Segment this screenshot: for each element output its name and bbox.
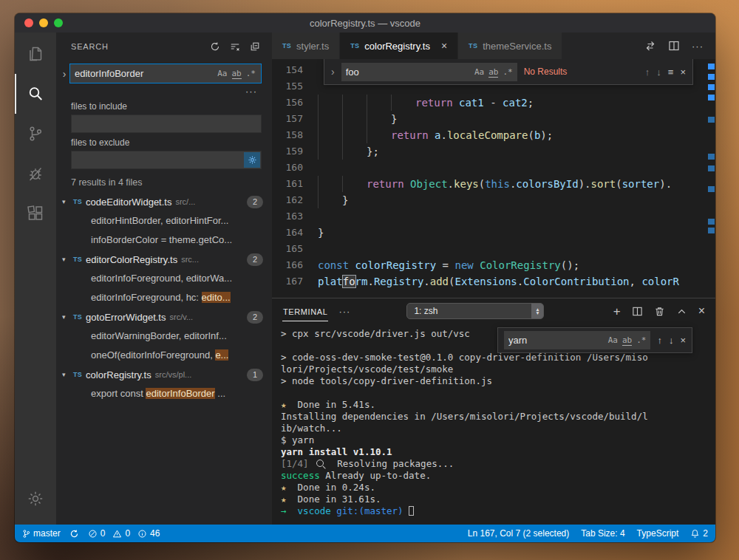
search-match-line[interactable]: export const editorInfoBorder ... [56,384,272,403]
zoom-window-button[interactable] [54,18,63,27]
whole-word-toggle[interactable]: ab [620,335,634,346]
debug-icon[interactable] [15,154,56,194]
open-changes-icon[interactable] [644,40,656,52]
match-case-toggle[interactable]: Aa [606,335,620,346]
find-input[interactable] [341,66,472,78]
indent-guide [318,127,342,143]
source-control-icon[interactable] [15,114,56,154]
split-terminal-icon[interactable] [632,306,643,317]
search-match-line[interactable]: editorHintBorder, editorHintFor... [56,211,272,231]
maximize-panel-icon[interactable] [676,306,687,317]
code-line[interactable]: 166const colorRegistry = new ColorRegist… [272,257,715,273]
files-include-label: files to include [56,97,272,115]
files-exclude-input[interactable] [72,154,244,165]
search-match-line[interactable]: editorInfoForeground, hc: edito... [56,288,272,307]
match-case-toggle[interactable]: Aa [472,66,486,78]
find-next-icon[interactable]: ↓ [656,66,661,78]
search-match-line[interactable]: editorInfoForeground, editorWa... [56,269,272,288]
notifications-bell[interactable]: 2 [690,528,708,539]
editor-tab[interactable]: TScolorRegistry.ts× [340,33,458,59]
code-line[interactable]: 159}; [272,143,715,160]
code-line[interactable]: 164} [272,225,715,241]
expand-chevron-icon[interactable]: ▾ [62,198,69,205]
editor-tabbar: TSstyler.tsTScolorRegistry.ts×TSthemeSer… [272,33,715,59]
close-tab-icon[interactable]: × [441,40,447,52]
search-result-file[interactable]: ▾TSeditorColorRegistry.tssrc...2 [56,250,272,269]
search-result-file[interactable]: ▾TScolorRegistry.tssrc/vs/pl...1 [56,365,272,384]
search-match-line[interactable]: oneOf(editorInfoForeground, e... [56,346,272,365]
toggle-search-details[interactable]: ··· [56,83,272,97]
indent-guide [318,143,342,160]
toggle-replace-chevron-icon[interactable]: › [59,68,69,80]
language-mode[interactable]: TypeScript [637,528,679,539]
settings-gear-icon[interactable] [15,479,56,519]
sync-button[interactable] [69,529,79,539]
code-line[interactable]: 162} [272,192,715,208]
tab-size-indicator[interactable]: Tab Size: 4 [581,528,624,539]
editor-tab[interactable]: TSstyler.ts [272,33,340,59]
code-line[interactable]: 161return Object.keys(this.colorsById).s… [272,176,715,192]
search-result-file[interactable]: ▾TSgotoErrorWidget.tssrc/v...2 [56,307,272,327]
terminal-panel: TERMINAL ··· 1: zsh ▲▼ + × [272,298,715,525]
terminal-tab[interactable]: TERMINAL [282,301,328,321]
regex-toggle[interactable]: .* [634,335,648,346]
kill-terminal-icon[interactable] [654,306,665,317]
search-input[interactable] [70,68,215,79]
new-terminal-icon[interactable]: + [613,305,621,318]
regex-toggle[interactable]: .* [500,66,514,78]
editor-tab[interactable]: TSthemeService.ts [458,33,562,59]
match-case-toggle[interactable]: Aa [215,68,229,79]
refresh-icon[interactable] [210,41,220,52]
terminal-more-icon[interactable]: ··· [338,306,350,317]
code-line[interactable]: 163 [272,208,715,225]
close-find-icon[interactable]: × [680,66,686,78]
close-find-icon[interactable]: × [680,335,686,346]
search-match-line[interactable]: editorWarningBorder, editorInf... [56,327,272,346]
whole-word-toggle[interactable]: ab [486,66,500,78]
expand-chevron-icon[interactable]: ▾ [62,256,69,263]
extensions-icon[interactable] [15,194,56,233]
problems-indicator[interactable]: 0 0 46 [88,528,160,539]
regex-toggle[interactable]: .* [244,68,258,79]
use-exclude-settings-icon[interactable] [244,152,260,168]
code-line[interactable]: 160 [272,160,715,176]
terminal-shell-select[interactable]: 1: zsh ▲▼ [406,303,544,319]
cursor-position[interactable]: Ln 167, Col 7 (2 selected) [468,528,569,539]
code-line[interactable]: 156return cat1 - cat2; [272,95,715,111]
find-in-selection-icon[interactable]: ≡ [668,66,674,78]
toggle-replace-chevron-icon[interactable]: › [331,66,335,78]
find-next-icon[interactable]: ↓ [669,335,674,346]
editor-more-actions-icon[interactable]: ··· [692,41,704,52]
expand-chevron-icon[interactable]: ▾ [62,313,69,321]
explorer-icon[interactable] [15,34,56,74]
find-previous-icon[interactable]: ↑ [645,66,650,78]
find-previous-icon[interactable]: ↑ [657,335,662,346]
titlebar[interactable]: colorRegistry.ts — vscode [15,13,715,33]
expand-chevron-icon[interactable]: ▾ [62,371,69,378]
terminal-line [281,387,705,399]
indent-guide [318,176,342,192]
minimize-window-button[interactable] [39,18,48,27]
split-editor-icon[interactable] [668,40,680,52]
terminal-output[interactable]: > cpx src/vscode/driver.js out/vsc > cod… [281,328,705,523]
git-branch-item[interactable]: master [22,528,61,539]
code-line[interactable]: 158return a.localeCompare(b); [272,127,715,143]
clear-search-results-icon[interactable] [230,41,240,52]
collapse-all-icon[interactable] [250,41,260,52]
match-count-badge: 2 [247,311,263,324]
files-exclude-box [71,151,262,169]
whole-word-toggle[interactable]: ab [230,68,244,79]
overview-ruler-mark [708,154,715,160]
code-line[interactable]: 157} [272,111,715,127]
code-line[interactable]: 165 [272,241,715,257]
code-editor[interactable]: › Aa ab .* No Results ↑ ↓ ≡ × 154155 [272,59,715,298]
code-line[interactable]: 167platform.Registry.add(Extensions.Colo… [272,273,715,290]
close-window-button[interactable] [24,18,33,27]
terminal-find-input[interactable] [504,335,606,346]
search-match-line[interactable]: infoBorderColor = theme.getCo... [56,231,272,250]
file-name: editorColorRegistry.ts [86,254,177,265]
search-result-file[interactable]: ▾TScodeEditorWidget.tssrc/...2 [56,192,272,211]
close-panel-icon[interactable]: × [698,304,705,318]
files-include-input[interactable] [72,118,261,129]
search-icon[interactable] [15,74,56,114]
